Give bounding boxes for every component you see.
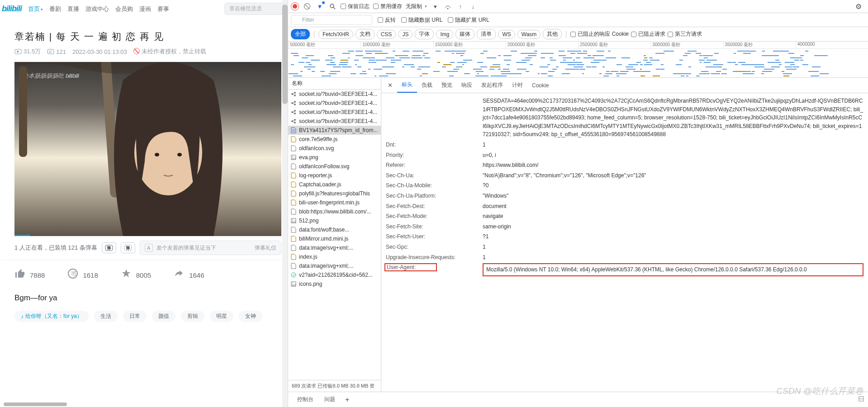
request-row[interactable]: BV1Ya411x7YS/?spm_id_from... <box>288 126 381 135</box>
request-row[interactable]: blob:https://www.bilibili.com/... <box>288 207 381 216</box>
tab-response[interactable]: 响应 <box>457 78 477 92</box>
file-icon <box>291 91 296 97</box>
tab-cookie[interactable]: Cookie <box>527 79 553 92</box>
type-wasm[interactable]: Wasm <box>517 30 541 39</box>
nav-home[interactable]: 首页▾ <box>28 5 43 13</box>
tag-face[interactable]: 颜值 <box>152 311 175 322</box>
video-player[interactable]: 绘本肠肠肠肠吃 bilibili <box>14 62 281 236</box>
upload-icon[interactable]: ↑ <box>456 2 465 11</box>
invert-check[interactable]: 反转 <box>378 16 396 24</box>
request-row[interactable]: socket.io/?buvid=3EEF3EE1-4... <box>288 117 381 126</box>
request-row[interactable]: data:font/woff;base... <box>288 225 381 234</box>
type-other[interactable]: 其他 <box>543 29 562 39</box>
download-icon[interactable]: ↓ <box>469 2 478 11</box>
danmu-toggle[interactable]: 弹 <box>102 242 116 253</box>
request-row[interactable]: polyfill.js?features=globalThis <box>288 189 381 198</box>
share-button[interactable]: 1646 <box>174 268 204 282</box>
filter-icon[interactable]: ▼ <box>315 2 324 11</box>
search-icon[interactable] <box>328 2 337 11</box>
disable-cache-check[interactable]: 禁用缓存 <box>373 3 402 10</box>
tag-star[interactable]: 明星 <box>210 311 233 322</box>
type-img[interactable]: Img <box>436 30 453 39</box>
danmu-input[interactable]: A 发个友善的弹幕见证当下 弹幕礼仪 <box>140 241 281 255</box>
hide-ext-url-check[interactable]: 隐藏扩展 URL <box>448 16 489 24</box>
nav-match[interactable]: 赛事 <box>157 5 169 13</box>
timeline[interactable]: 500000 毫秒1000000 毫秒1500000 毫秒2000000 毫秒2… <box>288 42 868 78</box>
tab-timing[interactable]: 计时 <box>508 78 527 92</box>
danmu-etiq[interactable]: 弹幕礼仪 <box>255 244 276 252</box>
tag-goddess[interactable]: 女神 <box>239 311 262 322</box>
nav-vip[interactable]: 会员购 <box>115 5 133 13</box>
clear-icon[interactable] <box>303 2 312 11</box>
header-value: 1 <box>483 141 863 149</box>
type-doc[interactable]: 文档 <box>356 29 375 39</box>
request-row[interactable]: data:image/svg+xml;... <box>288 243 381 252</box>
type-manifest[interactable]: 清单 <box>477 29 496 39</box>
nav-live[interactable]: 直播 <box>67 5 79 13</box>
video-progress[interactable] <box>14 235 30 236</box>
request-row[interactable]: socket.io/?buvid=3EEF3EE1-4... <box>288 99 381 108</box>
wifi-icon[interactable]: ▾ <box>431 2 440 11</box>
request-row[interactable]: socket.io/?buvid=3EEF3EE1-4... <box>288 90 381 99</box>
tag-life[interactable]: 生活 <box>94 311 118 322</box>
horizontal-scrollbar[interactable] <box>4 402 67 406</box>
type-js[interactable]: JS <box>398 30 413 39</box>
keep-log-check[interactable]: 保留日志 <box>341 3 370 10</box>
type-media[interactable]: 媒体 <box>455 29 474 39</box>
request-row[interactable]: v2?aid=212626195&cid=562... <box>288 270 381 279</box>
request-row[interactable]: log-reporter.js <box>288 171 381 180</box>
tag-edit[interactable]: 剪辑 <box>181 311 204 322</box>
request-row[interactable]: 512.png <box>288 216 381 225</box>
blocked-req-check[interactable]: 已阻止请求 <box>631 30 665 38</box>
request-row[interactable]: icons.png <box>288 279 381 289</box>
add-tab-icon[interactable]: + <box>341 396 354 404</box>
request-row[interactable]: index.js <box>288 252 381 261</box>
like-button[interactable]: 7888 <box>14 268 45 282</box>
request-row[interactable]: CaptchaLoader.js <box>288 180 381 189</box>
gear-icon[interactable]: ⚙ <box>855 2 862 11</box>
close-icon[interactable]: ✕ <box>383 79 397 91</box>
nav-bangumi[interactable]: 番剧 <box>49 5 61 13</box>
request-row[interactable]: bili-user-fingerprint.min.js <box>288 198 381 207</box>
request-row[interactable]: biliMirror.umd.mini.js <box>288 234 381 243</box>
type-font[interactable]: 字体 <box>415 29 434 39</box>
video-title: 章若楠 | 每 天 一 遍 初 恋 再 见 <box>2 18 288 47</box>
throttle-select[interactable]: 无限制 ▾ <box>406 3 427 10</box>
bili-header: bilibili 首页▾ 番剧 直播 游戏中心 会员购 漫画 赛事 章若楠范丞丞 <box>2 0 288 18</box>
column-name[interactable]: 名称 <box>288 78 381 90</box>
tag-music[interactable]: ♪给你呀（又名：for ya） <box>14 311 89 322</box>
nav-manga[interactable]: 漫画 <box>139 5 151 13</box>
tab-headers[interactable]: 标头 <box>397 78 417 93</box>
request-row[interactable]: eva.png <box>288 153 381 162</box>
vertical-scrollbar[interactable] <box>282 0 288 407</box>
request-row[interactable]: oldfanIconFollow.svg <box>288 162 381 171</box>
hide-data-url-check[interactable]: 隐藏数据 URL <box>401 16 442 24</box>
nav-game[interactable]: 游戏中心 <box>85 5 109 13</box>
record-icon[interactable] <box>291 2 299 10</box>
type-ws[interactable]: WS <box>498 30 515 39</box>
type-all[interactable]: 全部 <box>291 29 310 39</box>
blocked-cookie-check[interactable]: 已阻止的响应 Cookie <box>570 30 629 38</box>
tab-preview[interactable]: 预览 <box>437 78 457 92</box>
tag-daily[interactable]: 日常 <box>123 311 147 322</box>
fav-button[interactable]: 8005 <box>121 268 151 282</box>
request-row[interactable]: core.7e5e9ffe.js <box>288 135 381 144</box>
request-row[interactable]: socket.io/?buvid=3EEF3EE1-4... <box>288 108 381 117</box>
tab-payload[interactable]: 负载 <box>417 78 437 92</box>
headers-body[interactable]: SESSDATA=464ec009%2C1737203167%2C4093c%2… <box>381 93 868 392</box>
tab-issues[interactable]: 问题 <box>319 392 341 407</box>
search-box[interactable]: 章若楠范丞丞 <box>224 3 288 15</box>
third-party-check[interactable]: 第三方请求 <box>668 30 702 38</box>
network-conditions-icon[interactable] <box>443 2 452 11</box>
coin-button[interactable]: 币1618 <box>67 268 98 282</box>
filter-input[interactable]: Filter <box>291 15 372 25</box>
style-icon[interactable]: A <box>145 244 153 252</box>
tab-initiator[interactable]: 发起程序 <box>477 78 508 92</box>
tab-console[interactable]: 控制台 <box>292 392 319 407</box>
request-row[interactable]: data:image/svg+xml;... <box>288 261 381 270</box>
type-fetch[interactable]: Fetch/XHR <box>318 30 353 39</box>
type-css[interactable]: CSS <box>377 30 396 39</box>
danmu-settings[interactable]: 弹 <box>121 242 135 253</box>
bilibili-logo[interactable]: bilibili <box>2 4 22 14</box>
request-row[interactable]: oldfanIcon.svg <box>288 144 381 153</box>
